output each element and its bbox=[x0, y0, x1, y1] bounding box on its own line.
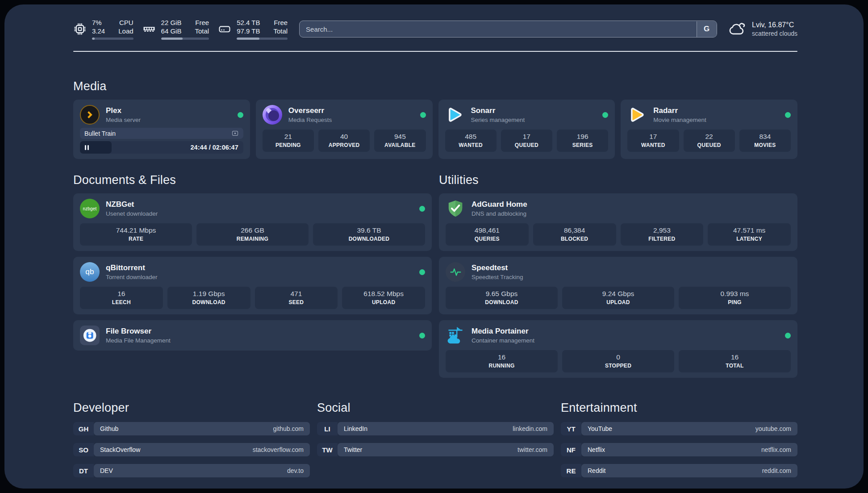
stat-download: 9.65 GbpsDOWNLOAD bbox=[446, 287, 558, 309]
playback-progress-row: 24:44 / 02:06:47 bbox=[80, 141, 243, 154]
app-subtitle: Movie management bbox=[653, 117, 706, 123]
app-title: qBittorrent bbox=[106, 263, 158, 272]
link-url: twitter.com bbox=[517, 446, 547, 453]
link-abbr: GH bbox=[73, 422, 94, 435]
sonarr-icon bbox=[445, 105, 465, 125]
qbittorrent-icon: qb bbox=[80, 262, 100, 282]
stat-upload: 9.24 GbpsUPLOAD bbox=[562, 287, 674, 309]
stat-queued: 17QUEUED bbox=[501, 130, 552, 152]
link-url: youtube.com bbox=[755, 425, 791, 432]
status-online-dot bbox=[419, 269, 425, 275]
dashboard-frame: 7%3.24 CPULoad 22 GiB64 GiB FreeTotal bbox=[4, 4, 864, 489]
pause-icon[interactable] bbox=[85, 145, 89, 150]
stat-rate: 744.21 MbpsRATE bbox=[80, 223, 192, 246]
app-card-adguard[interactable]: AdGuard Home DNS and adblocking 498,461Q… bbox=[439, 193, 797, 251]
header-divider bbox=[73, 51, 797, 52]
cast-screen-icon[interactable] bbox=[231, 130, 239, 137]
stat-seed: 471SEED bbox=[255, 287, 338, 309]
header-bar: 7%3.24 CPULoad 22 GiB64 GiB FreeTotal bbox=[73, 16, 797, 42]
disk-progress-bar bbox=[237, 38, 288, 40]
link-abbr: NF bbox=[561, 443, 581, 456]
portainer-icon bbox=[446, 326, 465, 345]
weather-condition: scattered clouds bbox=[752, 30, 797, 37]
cpu-percent: 7% bbox=[92, 18, 105, 27]
adguard-icon bbox=[446, 199, 465, 218]
link-name: Github bbox=[100, 425, 118, 432]
app-title: File Browser bbox=[106, 327, 171, 336]
ram-label-bottom: Total bbox=[195, 27, 209, 35]
radarr-icon bbox=[627, 105, 647, 125]
app-card-radarr[interactable]: Radarr Movie management 17WANTED 22QUEUE… bbox=[621, 100, 797, 159]
link-name: LinkedIn bbox=[344, 425, 367, 432]
link-abbr: DT bbox=[73, 464, 94, 477]
cpu-label-bottom: Load bbox=[118, 27, 133, 35]
stat-downloaded: 39.6 TBDOWNLOADED bbox=[313, 223, 425, 246]
status-online-dot bbox=[419, 206, 425, 212]
link-abbr: SO bbox=[73, 443, 94, 456]
stat-latency: 47.571 msLATENCY bbox=[708, 223, 791, 246]
disk-stat: 52.4 TB97.9 TB FreeTotal bbox=[218, 18, 288, 40]
stat-blocked: 86,384BLOCKED bbox=[533, 223, 616, 246]
app-card-speedtest[interactable]: Speedtest Speedtest Tracking 9.65 GbpsDO… bbox=[439, 257, 797, 314]
stat-ping: 0.993 msPING bbox=[679, 287, 791, 309]
status-online-dot bbox=[785, 333, 791, 338]
link-url: reddit.com bbox=[762, 467, 791, 474]
link-name: StackOverflow bbox=[100, 446, 140, 453]
app-title: Overseerr bbox=[288, 106, 332, 115]
search-provider-button[interactable]: G bbox=[697, 21, 717, 37]
stat-leech: 16LEECH bbox=[80, 287, 163, 309]
link-row-youtube[interactable]: YT YouTubeyoutube.com bbox=[561, 422, 797, 435]
stat-filtered: 2,953FILTERED bbox=[621, 223, 704, 246]
now-playing-row: Bullet Train bbox=[80, 128, 243, 139]
app-card-nzbget[interactable]: nzbget NZBGet Usenet downloader 744.21 M… bbox=[73, 193, 432, 251]
stat-pending: 21PENDING bbox=[263, 130, 314, 152]
link-url: stackoverflow.com bbox=[253, 446, 304, 453]
app-card-plex[interactable]: Plex Media server Bullet Train 24:44 / 0… bbox=[73, 100, 250, 159]
ram-free: 22 GiB bbox=[161, 18, 182, 27]
speedtest-icon bbox=[446, 262, 465, 282]
stat-available: 945AVAILABLE bbox=[374, 130, 426, 152]
app-subtitle: DNS and adblocking bbox=[472, 210, 527, 217]
nzbget-icon: nzbget bbox=[80, 199, 100, 218]
link-row-reddit[interactable]: RE Redditreddit.com bbox=[561, 464, 797, 477]
app-title: Radarr bbox=[653, 106, 706, 115]
stat-running: 16RUNNING bbox=[446, 350, 558, 372]
stat-approved: 40APPROVED bbox=[318, 130, 370, 152]
link-name: Netflix bbox=[588, 446, 605, 453]
app-card-sonarr[interactable]: Sonarr Series management 485WANTED 17QUE… bbox=[438, 100, 615, 159]
link-name: Reddit bbox=[588, 467, 605, 474]
app-card-qbittorrent[interactable]: qb qBittorrent Torrent downloader 16LEEC… bbox=[73, 257, 432, 314]
links-section-social: Social LI LinkedInlinkedin.com TW Twitte… bbox=[317, 401, 554, 485]
stat-queries: 498,461QUERIES bbox=[446, 223, 529, 246]
app-subtitle: Media Requests bbox=[288, 117, 332, 123]
ram-label-top: Free bbox=[195, 18, 209, 27]
filebrowser-icon bbox=[80, 326, 100, 345]
links-section-entertainment: Entertainment YT YouTubeyoutube.com NF N… bbox=[561, 401, 797, 485]
section-heading-developer: Developer bbox=[73, 401, 310, 415]
link-row-stackoverflow[interactable]: SO StackOverflowstackoverflow.com bbox=[73, 443, 310, 456]
app-title: Media Portainer bbox=[472, 327, 534, 336]
app-card-filebrowser[interactable]: File Browser Media File Management bbox=[73, 320, 432, 351]
link-row-dev[interactable]: DT DEVdev.to bbox=[73, 464, 310, 477]
app-card-portainer[interactable]: Media Portainer Container management 16R… bbox=[439, 320, 797, 378]
link-abbr: YT bbox=[561, 422, 581, 435]
link-name: YouTube bbox=[588, 425, 612, 432]
link-abbr: TW bbox=[317, 443, 338, 456]
link-name: Twitter bbox=[344, 446, 362, 453]
app-card-overseerr[interactable]: Overseerr Media Requests 21PENDING 40APP… bbox=[256, 100, 433, 159]
link-abbr: LI bbox=[317, 422, 338, 435]
link-row-netflix[interactable]: NF Netflixnetflix.com bbox=[561, 443, 797, 456]
link-url: github.com bbox=[273, 425, 304, 432]
link-row-linkedin[interactable]: LI LinkedInlinkedin.com bbox=[317, 422, 554, 435]
now-playing-title: Bullet Train bbox=[84, 130, 116, 137]
status-online-dot bbox=[785, 112, 791, 118]
ram-total: 64 GiB bbox=[161, 27, 182, 35]
section-heading-utilities: Utilities bbox=[439, 173, 797, 187]
link-row-twitter[interactable]: TW Twittertwitter.com bbox=[317, 443, 554, 456]
stat-series: 196SERIES bbox=[557, 130, 608, 152]
link-row-github[interactable]: GH Githubgithub.com bbox=[73, 422, 310, 435]
search-input[interactable] bbox=[299, 21, 717, 38]
status-online-dot bbox=[602, 112, 608, 118]
app-subtitle: Media File Management bbox=[106, 337, 171, 344]
weather-widget: Lviv, 16.87°C scattered clouds bbox=[728, 20, 797, 38]
